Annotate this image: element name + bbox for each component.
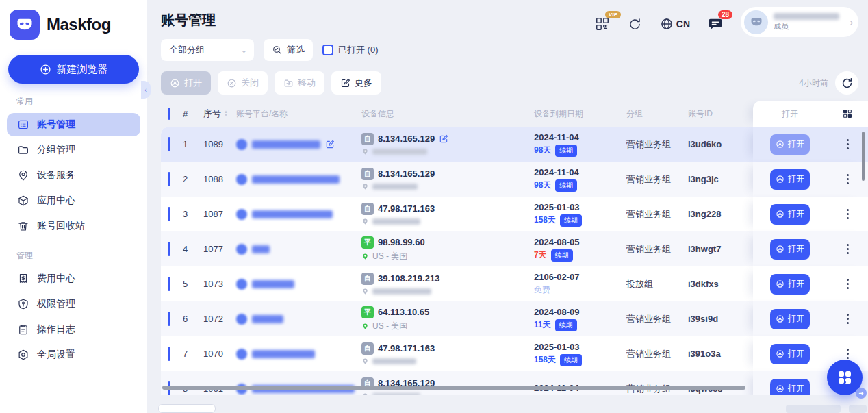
chevron-down-icon: ⌄ [241,46,247,55]
row-checkbox[interactable] [168,242,170,256]
sidebar-item-account-recycle-bin[interactable]: 账号回收站 [7,214,140,238]
sidebar-item-group-management[interactable]: 分组管理 [7,138,140,162]
pagination-control[interactable] [786,405,841,413]
row-open-button[interactable]: 打开 [770,274,810,295]
row-group: 营销业务组 [626,313,688,325]
select-all-checkbox[interactable] [168,108,170,120]
row-more-menu[interactable] [844,171,852,187]
location-pin-icon [361,217,369,226]
vertical-scrollbar[interactable] [862,132,865,181]
row-open-button[interactable]: 打开 [770,344,810,364]
row-open-button[interactable]: 打开 [770,239,810,260]
messages-button[interactable]: 28 [708,16,723,32]
row-open-button[interactable]: 打开 [770,169,810,190]
renew-badge[interactable]: 续期 [551,249,573,262]
expiry-date: 2024-08-05 [534,237,626,247]
browser-icon [776,279,784,288]
column-settings-button[interactable] [827,108,868,119]
fab-expand-arrow[interactable]: ➜ [856,388,867,399]
row-index: 6 [183,314,203,324]
table-row[interactable]: 7 1070 自 47.98.171.163 2025-01-03 158天 续… [161,336,868,371]
renew-badge[interactable]: 续期 [555,145,577,157]
row-open-button[interactable]: 打开 [770,204,810,225]
row-serial: 1087 [203,209,236,219]
row-checkbox[interactable] [168,207,170,221]
sidebar-item-cost-center[interactable]: 费用中心 [7,267,140,290]
table-row[interactable]: 3 1087 自 47.98.171.163 2025-01-03 158天 续… [161,197,868,231]
page-size-select[interactable] [158,404,216,413]
pagination-control[interactable] [849,405,867,413]
table-row[interactable]: 1 1089 自 8.134.165.129 2024-11-04 98天 续期 [161,127,868,162]
browser-icon [776,175,784,184]
group-select[interactable]: 全部分组 ⌄ [161,39,254,61]
renew-badge[interactable]: 续期 [555,179,577,192]
days-remaining: 11天 [534,319,551,331]
location-pin-icon [361,392,369,396]
table-row[interactable]: 8 1061 自 8.134.165.129 2024-11-04 [161,371,868,395]
row-open-button[interactable]: 打开 [770,134,810,155]
row-checkbox[interactable] [168,312,170,326]
browser-icon [776,384,784,393]
row-more-menu[interactable] [844,276,852,292]
search-icon [272,45,283,55]
user-profile-card[interactable]: 成员 › [741,7,858,37]
edit-ip-icon[interactable] [439,134,448,144]
open-selected-button[interactable]: 打开 [161,71,211,95]
row-open-button[interactable]: 打开 [770,379,810,396]
sidebar-item-device-services[interactable]: 设备服务 [7,164,140,187]
row-checkbox[interactable] [168,277,170,291]
refresh-button[interactable] [628,17,642,32]
table-row[interactable]: 2 1088 自 8.134.165.129 2024-11-04 98天 续期 [161,162,868,197]
location-redacted [372,358,416,364]
row-checkbox[interactable] [168,347,170,361]
sidebar-collapse-button[interactable]: ‹ [141,81,151,99]
vip-badge: VIP [605,11,621,18]
horizontal-scrollbar[interactable] [162,386,745,390]
globe-icon [660,17,674,31]
days-remaining: 98天 [534,145,551,156]
col-serial[interactable]: 序号▲▼ [203,108,236,120]
sidebar-item-permission-management[interactable]: 权限管理 [7,292,140,316]
sidebar-item-app-center[interactable]: 应用中心 [7,189,140,212]
col-device: 设备信息 [361,108,534,120]
renew-badge[interactable]: 续期 [560,354,582,366]
table-row[interactable]: 4 1077 平 98.98.99.60 US - 美国 2024-08-05 … [161,231,868,266]
sidebar-item-account-management[interactable]: 账号管理 [7,113,140,136]
opened-filter-checkbox[interactable]: 已打开 (0) [322,44,379,56]
row-account-id: i391o3a [688,349,753,359]
row-open-button[interactable]: 打开 [770,309,810,329]
row-more-menu[interactable] [844,136,852,152]
table-row[interactable]: 6 1072 平 64.113.10.65 US - 美国 2024-08-09… [161,301,868,336]
qr-scan-button[interactable]: VIP [595,16,610,32]
row-more-menu[interactable] [844,206,852,222]
checkbox-icon[interactable] [322,45,333,55]
new-browser-button[interactable]: 新建浏览器 [8,55,139,84]
row-platform-name [236,139,361,150]
sidebar-item-operation-logs[interactable]: 操作日志 [7,318,140,341]
row-more-menu[interactable] [844,311,852,327]
folder-icon [17,144,29,156]
renew-badge[interactable]: 续期 [555,319,577,331]
row-more-menu[interactable] [844,241,852,257]
row-checkbox[interactable] [168,172,170,186]
close-selected-button[interactable]: 关闭 [218,71,268,95]
user-name-redacted [774,13,839,20]
clipboard-icon [17,323,29,336]
location-label: US - 美国 [372,321,407,332]
gear-icon [17,349,29,361]
language-selector[interactable]: CN [660,17,690,31]
row-checkbox[interactable] [168,137,170,151]
row-account-id: i3hwgt7 [688,244,753,254]
more-actions-button[interactable]: 更多 [331,71,381,95]
move-selected-button[interactable]: 移动 [275,71,324,95]
renew-badge[interactable]: 续期 [560,214,582,227]
sort-icon[interactable]: ▲▼ [224,110,228,117]
edit-name-icon[interactable] [325,140,335,149]
filter-button[interactable]: 筛选 [264,39,313,61]
close-circle-icon [227,78,237,88]
sidebar-item-global-settings[interactable]: 全局设置 [7,343,140,366]
table-refresh-button[interactable] [835,71,858,95]
platform-icon [236,139,247,150]
row-serial: 1072 [203,314,236,324]
table-row[interactable]: 5 1073 自 39.108.219.213 2106-02-07 免费 [161,266,868,301]
